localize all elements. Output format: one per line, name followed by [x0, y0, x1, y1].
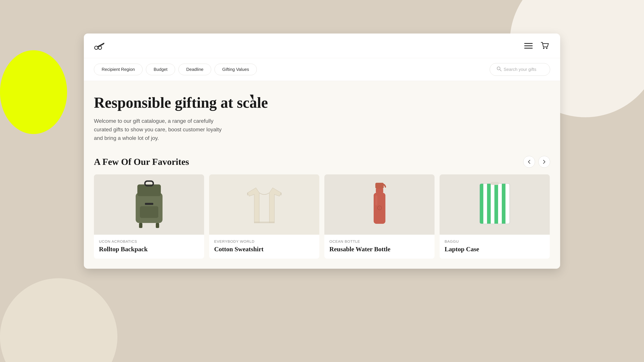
product-card-laptop-case[interactable]: BAGGU Laptop Case [440, 174, 550, 259]
bg-yellow-shape [0, 50, 67, 134]
product-name-laptop-case: Laptop Case [444, 245, 545, 253]
nav-filters: Recipient Region Budget Deadline Gifting… [94, 64, 257, 75]
products-section: A Few Of Our Favorites [84, 149, 560, 269]
search-placeholder-text: Search your gifts [504, 67, 536, 72]
product-image-bottle: ∞ [324, 174, 434, 235]
product-brand-sweatshirt: EVERYBODY WORLD [214, 239, 314, 244]
product-brand-bottle: OCEAN BOTTLE [330, 239, 430, 244]
svg-rect-15 [139, 223, 142, 228]
app-window: Recipient Region Budget Deadline Gifting… [84, 33, 560, 269]
product-image-sweatshirt [209, 174, 319, 235]
hero-description: Welcome to our gift catalogue, a range o… [94, 117, 228, 143]
svg-rect-21 [375, 195, 377, 205]
header-actions [523, 40, 550, 51]
bg-circle-bottom-left [0, 278, 118, 362]
svg-rect-27 [483, 183, 487, 224]
svg-rect-16 [156, 223, 159, 228]
svg-rect-14 [140, 206, 158, 218]
filter-gifting-values[interactable]: Gifting Values [214, 64, 257, 75]
svg-rect-29 [491, 183, 494, 224]
laptop-case-illustration [476, 180, 513, 229]
product-info-sweatshirt: EVERYBODY WORLD Cotton Sweatshirt [209, 235, 319, 259]
search-icon [496, 66, 502, 73]
products-grid: UCON ACROBATICS Rolltop Backpack [94, 174, 550, 259]
filter-recipient-region[interactable]: Recipient Region [94, 64, 142, 75]
products-header: A Few Of Our Favorites [94, 156, 550, 168]
product-brand-backpack: UCON ACROBATICS [99, 239, 199, 244]
bottle-illustration: ∞ [370, 180, 390, 229]
svg-rect-26 [480, 183, 483, 224]
svg-rect-33 [506, 183, 509, 224]
product-card-backpack[interactable]: UCON ACROBATICS Rolltop Backpack [94, 174, 204, 259]
carousel-nav [523, 156, 550, 168]
search-area[interactable]: Search your gifts [490, 63, 550, 76]
backpack-illustration [129, 180, 169, 230]
arrow-right-icon [542, 159, 547, 164]
logo-area [94, 41, 107, 51]
svg-rect-31 [498, 183, 502, 224]
svg-rect-32 [502, 183, 506, 224]
logo-icon [94, 41, 107, 51]
nav-bar: Recipient Region Budget Deadline Gifting… [84, 58, 560, 81]
hero-title: Responsible gifting at scale [94, 94, 550, 111]
arrow-left-icon [526, 159, 532, 164]
svg-rect-19 [376, 189, 383, 193]
svg-point-7 [543, 48, 544, 49]
hero-section: Responsible gifting at scale Welcome to … [84, 81, 560, 149]
product-info-backpack: UCON ACROBATICS Rolltop Backpack [94, 235, 204, 259]
product-card-bottle[interactable]: ∞ OCEAN BOTTLE Reusable Water Bottle [324, 174, 434, 259]
svg-rect-6 [524, 48, 533, 49]
product-image-backpack [94, 174, 204, 235]
product-name-bottle: Reusable Water Bottle [330, 245, 430, 253]
svg-rect-5 [524, 45, 533, 46]
carousel-prev-button[interactable] [523, 156, 535, 168]
svg-rect-17 [145, 203, 153, 205]
svg-rect-35 [490, 182, 499, 185]
svg-rect-28 [487, 183, 491, 224]
filter-deadline[interactable]: Deadline [178, 64, 211, 75]
product-brand-laptop-case: BAGGU [444, 239, 545, 244]
menu-button[interactable] [523, 41, 534, 50]
svg-point-8 [546, 48, 548, 49]
product-info-laptop-case: BAGGU Laptop Case [440, 235, 550, 259]
product-name-backpack: Rolltop Backpack [99, 245, 199, 253]
product-name-sweatshirt: Cotton Sweatshirt [214, 245, 314, 253]
svg-rect-30 [494, 183, 498, 224]
svg-rect-4 [524, 43, 533, 44]
hamburger-icon [524, 42, 533, 49]
products-section-title: A Few Of Our Favorites [94, 157, 189, 167]
cart-icon [540, 41, 549, 50]
svg-text:∞: ∞ [379, 207, 380, 209]
svg-line-10 [500, 69, 501, 71]
header [84, 33, 560, 58]
filter-budget[interactable]: Budget [146, 64, 175, 75]
cart-button[interactable] [539, 40, 550, 51]
product-info-bottle: OCEAN BOTTLE Reusable Water Bottle [324, 235, 434, 259]
sweatshirt-illustration [242, 180, 286, 230]
carousel-next-button[interactable] [538, 156, 550, 168]
product-image-laptop-case [440, 174, 550, 235]
product-card-sweatshirt[interactable]: EVERYBODY WORLD Cotton Sweatshirt [209, 174, 319, 259]
svg-rect-18 [375, 183, 384, 189]
mouse-cursor [250, 95, 253, 100]
